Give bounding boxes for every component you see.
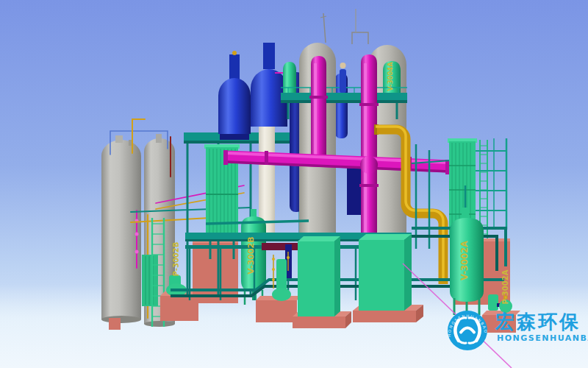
- logo-chinese-text: 宏森环保: [495, 311, 581, 333]
- white-column: [257, 116, 276, 234]
- label-p3002b: P-3002B: [172, 242, 180, 277]
- magenta-riser-right: [359, 54, 379, 247]
- left-plate-stack: [142, 255, 158, 306]
- small-foundation-block: [109, 318, 121, 330]
- plant-scene-svg: V-3002B V-3002A V-3004A P-3002B P-3002A …: [0, 0, 588, 368]
- label-v3002b: V-3002B: [246, 236, 256, 274]
- label-v3002a: V-3002A: [459, 241, 470, 280]
- storage-tank-left: [101, 135, 141, 323]
- left-foundation-wall: [193, 240, 238, 303]
- logo-latin-text: HONGSENHUANBAO: [497, 333, 588, 343]
- worker-figure: [340, 63, 346, 93]
- label-v3004a: V-3004A: [387, 62, 394, 91]
- label-p3002a: P-3002A: [501, 269, 509, 304]
- green-cylinder-left: [283, 62, 296, 94]
- plant-3d-render: V-3002B V-3002A V-3004A P-3002B P-3002A …: [0, 0, 588, 368]
- magenta-riser-left: [309, 56, 328, 156]
